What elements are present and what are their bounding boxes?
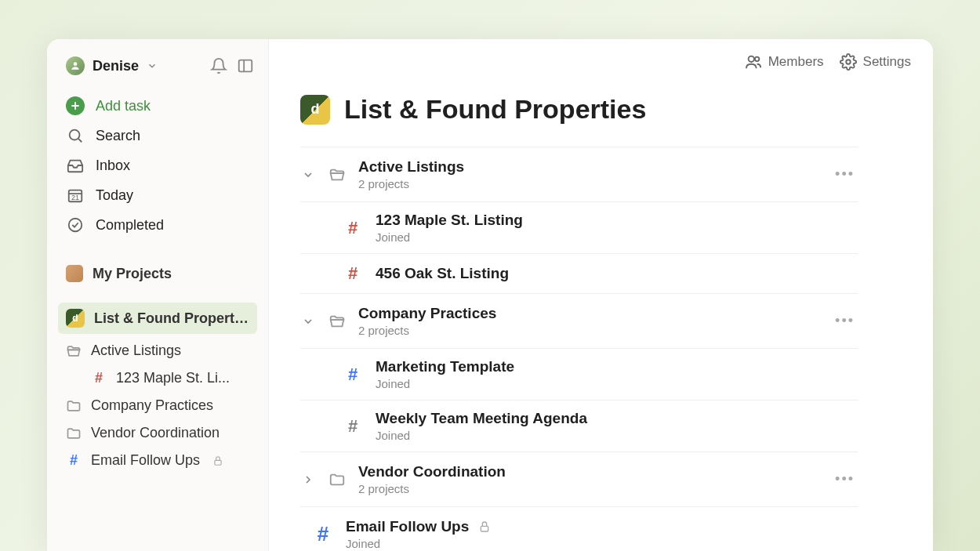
project-row[interactable]: # 456 Oak St. Listing (300, 253, 858, 293)
svg-point-12 (755, 57, 760, 62)
plus-icon (66, 96, 85, 115)
members-icon (745, 53, 762, 71)
check-circle-icon (66, 216, 85, 234)
folder-name: Vendor Coordination (358, 463, 819, 480)
add-task-label: Add task (96, 98, 151, 114)
tree-vendor-coordination[interactable]: Vendor Coordination (58, 419, 257, 447)
avatar (66, 56, 85, 75)
settings-label: Settings (863, 54, 911, 70)
folder-row-company-practices[interactable]: Company Practices 2 projects ••• (300, 293, 858, 348)
folder-meta: 2 projects (358, 482, 819, 495)
add-task-button[interactable]: Add task (58, 91, 257, 121)
hash-icon: # (66, 453, 82, 469)
search-icon (66, 126, 85, 145)
app-window: Denise Add task Search (47, 39, 933, 551)
folder-icon (328, 471, 346, 488)
chevron-down-icon[interactable] (300, 314, 316, 329)
more-icon[interactable]: ••• (832, 310, 858, 332)
project-name: Marketing Template (376, 358, 858, 375)
tree-email-follow-ups[interactable]: # Email Follow Ups (58, 447, 257, 474)
nav-completed-label: Completed (96, 217, 164, 234)
sidebar-tree: Active Listings # 123 Maple St. Li... Co… (47, 337, 268, 474)
inbox-icon (66, 156, 85, 175)
chevron-right-icon[interactable] (300, 472, 316, 488)
gear-icon (840, 53, 857, 71)
project-name: 123 Maple St. Listing (376, 212, 858, 229)
my-projects-header[interactable]: My Projects (47, 259, 268, 288)
members-button[interactable]: Members (745, 53, 824, 71)
folder-open-icon (66, 343, 82, 359)
svg-rect-14 (481, 526, 488, 531)
nav-inbox[interactable]: Inbox (58, 150, 257, 180)
page-title-row: d List & Found Properties (300, 94, 858, 125)
nav-search-label: Search (96, 128, 140, 144)
hash-icon: # (344, 416, 361, 437)
settings-button[interactable]: Settings (840, 53, 911, 71)
sidebar: Denise Add task Search (47, 39, 269, 551)
svg-point-13 (846, 60, 851, 64)
svg-line-6 (78, 139, 82, 142)
tree-maple-listing[interactable]: # 123 Maple St. Li... (58, 364, 257, 392)
chevron-down-icon[interactable] (300, 167, 316, 183)
nav-completed[interactable]: Completed (58, 210, 257, 240)
nav-today-label: Today (96, 187, 133, 204)
folder-name: Active Listings (358, 158, 819, 176)
hash-icon: # (91, 371, 107, 386)
nav-inbox-label: Inbox (96, 158, 130, 174)
project-row-email-follow-ups[interactable]: # Email Follow Ups Joined (300, 506, 858, 551)
svg-point-9 (69, 219, 82, 232)
folder-name: Company Practices (358, 305, 819, 322)
project-row[interactable]: # Weekly Team Meeting Agenda Joined (300, 400, 858, 451)
tree-label: Vendor Coordination (91, 425, 220, 441)
nav-search[interactable]: Search (58, 121, 257, 150)
members-label: Members (768, 54, 824, 70)
svg-point-5 (70, 130, 80, 140)
workspace-header[interactable]: d List & Found Properties (58, 303, 257, 334)
folder-meta: 2 projects (358, 177, 819, 190)
folder-icon (66, 398, 82, 414)
workspace-icon: d (66, 309, 85, 328)
project-row[interactable]: # Marketing Template Joined (300, 348, 858, 400)
notifications-icon[interactable] (210, 57, 227, 74)
more-icon[interactable]: ••• (832, 468, 858, 491)
my-projects-avatar (66, 265, 83, 282)
svg-point-0 (74, 62, 78, 66)
folder-row-active-listings[interactable]: Active Listings 2 projects ••• (300, 147, 858, 201)
project-row[interactable]: # 123 Maple St. Listing Joined (300, 201, 858, 253)
calendar-icon: 21 (66, 186, 85, 205)
lock-icon (478, 520, 491, 533)
nav-today[interactable]: 21 Today (58, 180, 257, 210)
user-name: Denise (93, 58, 139, 74)
folder-row-vendor-coordination[interactable]: Vendor Coordination 2 projects ••• (300, 451, 858, 506)
tree-company-practices[interactable]: Company Practices (58, 392, 257, 419)
project-meta: Joined (346, 537, 858, 550)
hash-icon: # (344, 218, 361, 238)
tree-label: Company Practices (91, 397, 213, 414)
folder-icon (66, 426, 82, 441)
hash-icon: # (314, 522, 332, 546)
folder-open-icon (328, 166, 346, 183)
hash-icon: # (344, 263, 361, 284)
my-projects-label: My Projects (93, 266, 172, 282)
project-name: Weekly Team Meeting Agenda (376, 410, 858, 427)
main-header: Members Settings (269, 39, 933, 78)
tree-label: Active Listings (91, 343, 181, 359)
project-name: 456 Oak St. Listing (376, 265, 858, 282)
hash-icon: # (344, 364, 361, 385)
panel-toggle-icon[interactable] (237, 57, 254, 74)
project-meta: Joined (376, 429, 858, 442)
main-content: d List & Found Properties Active Listing… (269, 78, 933, 551)
workspace-icon: d (300, 95, 330, 125)
more-icon[interactable]: ••• (832, 163, 858, 186)
tree-label: Email Follow Ups (91, 452, 200, 469)
lock-icon (212, 455, 223, 466)
folder-meta: 2 projects (358, 324, 819, 337)
user-menu[interactable]: Denise (47, 50, 268, 86)
svg-rect-1 (239, 60, 252, 72)
main-area: Members Settings d List & Found Properti… (269, 39, 933, 551)
workspace-name: List & Found Properties (94, 310, 249, 327)
sidebar-nav: Add task Search Inbox 21 Today (47, 86, 268, 245)
svg-point-11 (748, 56, 753, 62)
chevron-down-icon (147, 60, 158, 71)
tree-active-listings[interactable]: Active Listings (58, 337, 257, 364)
